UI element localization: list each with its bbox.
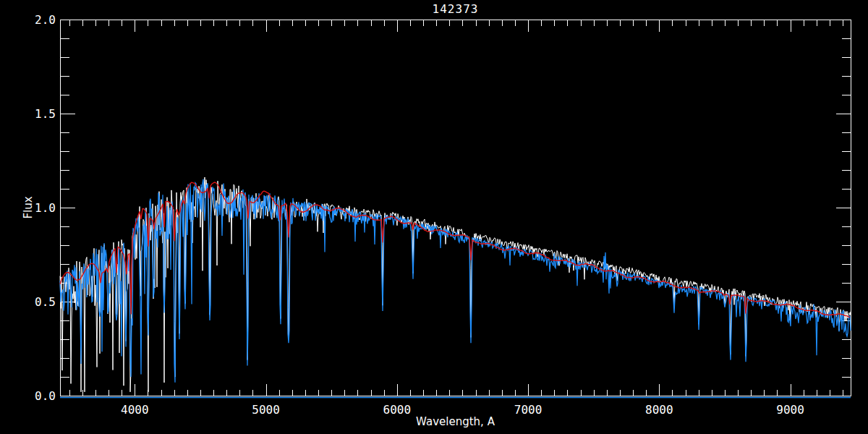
plot-window: 4000500060007000800090000.00.51.01.52.0 … [0, 0, 868, 434]
spectrum-chart: 4000500060007000800090000.00.51.01.52.0 [0, 0, 868, 434]
axis-box [61, 20, 851, 396]
series-observed-spectrum [60, 179, 851, 383]
y-tick-labels: 0.00.51.01.52.0 [35, 13, 56, 403]
svg-text:2.0: 2.0 [35, 13, 56, 27]
svg-text:1.0: 1.0 [35, 201, 56, 215]
y-axis-label: Flux [22, 196, 35, 218]
minor-ticks [61, 20, 851, 396]
svg-text:0.0: 0.0 [35, 389, 56, 403]
svg-text:1.5: 1.5 [35, 107, 56, 121]
x-axis-label: Wavelength, A [60, 415, 851, 428]
chart-title: 142373 [60, 2, 851, 16]
major-ticks [61, 20, 851, 396]
svg-text:0.5: 0.5 [35, 295, 56, 309]
